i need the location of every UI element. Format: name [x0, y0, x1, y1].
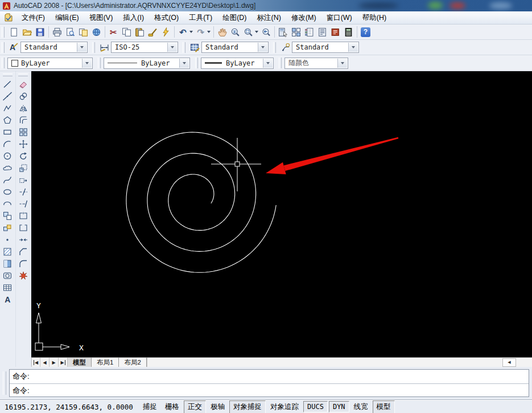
join-button[interactable]	[17, 234, 30, 246]
drawing-file-icon[interactable]	[4, 13, 13, 22]
move-button[interactable]	[17, 138, 30, 150]
dropdown-arrow-icon[interactable]	[167, 43, 177, 52]
region-button[interactable]	[1, 269, 14, 281]
point-button[interactable]	[1, 234, 14, 246]
menu-item-tools[interactable]: 工具(T)	[184, 11, 217, 24]
color-combo[interactable]: ByLayer	[7, 58, 93, 69]
menu-item-draw[interactable]: 绘图(D)	[217, 11, 251, 24]
undo-button[interactable]: ↶	[176, 26, 189, 39]
3d-dwf-button[interactable]	[90, 26, 103, 39]
insert-block-button[interactable]	[1, 210, 14, 222]
lineweight-toggle[interactable]: 线宽	[350, 401, 372, 413]
tab-nav-prev-button[interactable]: ◀	[40, 358, 50, 367]
menu-item-dimension[interactable]: 标注(N)	[252, 11, 286, 24]
ortho-toggle[interactable]: 正交	[184, 400, 206, 413]
scale-button[interactable]	[17, 162, 30, 174]
cut-button[interactable]: ✂	[107, 26, 120, 39]
break-at-point-button[interactable]	[17, 210, 30, 222]
revision-cloud-button[interactable]	[1, 162, 14, 174]
fillet-button[interactable]	[17, 257, 30, 269]
dropdown-arrow-icon[interactable]	[179, 59, 189, 68]
block-editor-button[interactable]	[159, 26, 172, 39]
text-style-combo[interactable]: Standard	[20, 42, 88, 53]
menu-item-format[interactable]: 格式(O)	[149, 11, 184, 24]
grid-toggle[interactable]: 栅格	[162, 401, 183, 413]
zoom-realtime-button[interactable]	[229, 26, 242, 39]
dyn-toggle[interactable]: DYN	[329, 401, 349, 412]
mleader-style-combo[interactable]: Standard	[292, 42, 359, 53]
menu-item-modify[interactable]: 修改(M)	[286, 11, 321, 24]
publish-button[interactable]	[77, 26, 90, 39]
erase-button[interactable]	[17, 78, 30, 90]
make-block-button[interactable]	[1, 222, 14, 234]
toolbar-grip[interactable]	[2, 27, 5, 38]
circle-button[interactable]	[1, 150, 14, 162]
tab-layout2[interactable]: 布局2	[119, 358, 146, 367]
redo-button[interactable]: ↷	[194, 26, 207, 39]
plot-style-combo[interactable]: 随颜色	[284, 58, 348, 69]
offset-button[interactable]	[17, 114, 30, 126]
arc-button[interactable]	[1, 138, 14, 150]
snap-toggle[interactable]: 捕捉	[139, 401, 160, 413]
markup-set-manager-button[interactable]	[329, 26, 342, 39]
paste-button[interactable]	[133, 26, 146, 39]
dropdown-arrow-icon[interactable]	[263, 59, 273, 68]
copy-button[interactable]	[120, 26, 133, 39]
help-button[interactable]: ?	[359, 26, 372, 39]
osnap-toggle[interactable]: 对象捕捉	[229, 400, 266, 413]
explode-button[interactable]	[17, 269, 30, 281]
save-button[interactable]	[34, 26, 47, 39]
line-button[interactable]	[1, 78, 14, 90]
dim-style-combo[interactable]: ISO-25	[111, 42, 178, 53]
table-style-combo[interactable]: Standard	[201, 42, 269, 53]
toolbar-grip[interactable]	[183, 42, 185, 53]
toolbar-grip[interactable]	[195, 58, 198, 68]
toolbar-grip[interactable]	[92, 42, 95, 53]
match-properties-button[interactable]	[146, 26, 159, 39]
tab-nav-last-button[interactable]: ▶	[59, 358, 68, 367]
zoom-dropdown-button[interactable]	[255, 31, 258, 33]
command-window-grip[interactable]	[3, 371, 6, 395]
toolbar-grip[interactable]	[279, 58, 282, 68]
ellipse-arc-button[interactable]	[1, 198, 14, 210]
stretch-button[interactable]	[17, 174, 30, 186]
toolbar-grip[interactable]	[2, 42, 5, 53]
extend-button[interactable]	[17, 198, 30, 210]
gradient-button[interactable]	[1, 257, 14, 269]
plot-preview-button[interactable]	[64, 26, 77, 39]
toolbar-grip[interactable]	[2, 58, 5, 68]
trim-button[interactable]	[17, 186, 30, 198]
quickcalc-button[interactable]	[342, 26, 355, 39]
sheet-set-manager-button[interactable]	[316, 26, 329, 39]
horizontal-scrollbar[interactable]: ◀	[147, 358, 532, 367]
undo-dropdown-button[interactable]	[189, 31, 193, 33]
ducs-toggle[interactable]: DUCS	[303, 401, 328, 412]
zoom-previous-button[interactable]	[259, 26, 273, 39]
mtext-button[interactable]: A	[1, 293, 14, 305]
menu-item-view[interactable]: 视图(V)	[84, 11, 118, 24]
drawing-canvas[interactable]: YX	[31, 71, 532, 357]
tab-model[interactable]: 模型	[68, 358, 92, 367]
new-file-button[interactable]	[7, 26, 20, 39]
dropdown-arrow-icon[interactable]	[82, 59, 92, 68]
rotate-button[interactable]	[17, 150, 30, 162]
design-center-button[interactable]	[290, 26, 303, 39]
lineweight-combo[interactable]: ByLayer	[201, 58, 274, 69]
menu-item-edit[interactable]: 编辑(E)	[50, 11, 84, 24]
properties-palette-button[interactable]	[277, 26, 290, 39]
otrack-toggle[interactable]: 对象追踪	[267, 401, 302, 413]
toolbar-grip[interactable]	[273, 42, 276, 53]
tool-palettes-button[interactable]	[303, 26, 316, 39]
menu-item-help[interactable]: 帮助(H)	[357, 11, 391, 24]
coordinate-display[interactable]: 16195.2173, 24159.6643, 0.0000	[0, 403, 139, 411]
zoom-window-button[interactable]	[242, 26, 255, 39]
polar-toggle[interactable]: 极轴	[207, 401, 228, 413]
tab-layout1[interactable]: 布局1	[92, 358, 119, 367]
table-button[interactable]	[1, 281, 14, 293]
text-style-button[interactable]: A	[7, 41, 20, 54]
construction-line-button[interactable]	[1, 90, 14, 102]
spline-button[interactable]	[1, 174, 14, 186]
redo-dropdown-button[interactable]	[207, 31, 211, 33]
toolbar-grip[interactable]	[18, 73, 28, 76]
polygon-button[interactable]	[1, 114, 14, 126]
